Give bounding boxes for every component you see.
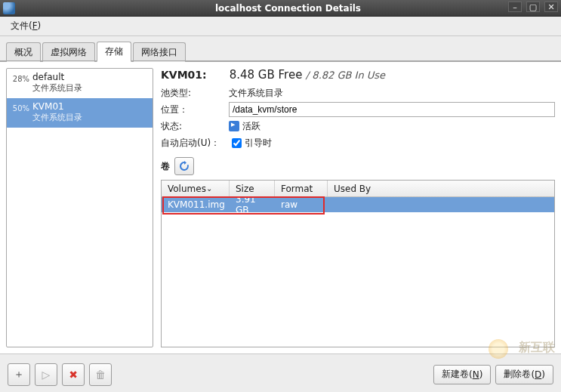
tab-overview[interactable]: 概况 (6, 42, 41, 62)
volume-table: Volumes Size Format Used By KVM011.img 3… (161, 180, 555, 347)
pool-type: 文件系统目录 (32, 82, 82, 94)
volumes-label: 卷 (161, 160, 170, 173)
menu-file-mn: F (32, 20, 38, 31)
tab-vnet[interactable]: 虚拟网络 (42, 42, 95, 62)
pool-type: 文件系统目录 (32, 112, 82, 123)
titlebar: localhost Connection Details – ▢ ✕ (0, 0, 561, 17)
volume-headers: Volumes Size Format Used By (162, 181, 554, 197)
delete-volume-label: 删除卷 (504, 368, 531, 381)
pool-pct: 28% (10, 72, 32, 83)
window-controls: – ▢ ✕ (508, 2, 558, 12)
pool-list[interactable]: 28% default 文件系统目录 50% KVM01 文件系统目录 (6, 68, 153, 347)
volumes-label-row: 卷 (161, 157, 555, 175)
menubar: 文件(F) (0, 17, 561, 36)
new-volume-button[interactable]: 新建卷(N) (433, 365, 491, 384)
row-state: 状态: 活跃 (161, 118, 555, 134)
label-state: 状态: (161, 120, 229, 133)
bottom-toolbar: ＋ ▷ ✖ 🗑 新建卷(N) 删除卷(D) (0, 353, 561, 392)
tab-netif[interactable]: 网络接口 (133, 42, 186, 62)
col-volumes[interactable]: Volumes (162, 181, 230, 196)
cell-format: raw (275, 199, 328, 210)
app-icon (3, 2, 15, 14)
minimize-button[interactable]: – (508, 2, 522, 12)
close-button[interactable]: ✕ (544, 2, 558, 12)
cell-size: 3.91 GB (230, 197, 275, 215)
label-type: 池类型: (161, 87, 229, 100)
pool-item-default[interactable]: 28% default 文件系统目录 (7, 69, 153, 98)
checkbox-autostart[interactable] (232, 138, 242, 148)
menu-file[interactable]: 文件(F) (6, 17, 45, 35)
value-type: 文件系统目录 (229, 87, 283, 100)
detail-panel: KVM01: 8.48 GB Free / 8.82 GB In Use 池类型… (161, 68, 555, 347)
label-autostart: 自动启动(U)： (161, 137, 229, 150)
tab-storage-label: 存储 (105, 46, 123, 57)
delete-volume-button[interactable]: 删除卷(D) (495, 365, 553, 384)
volume-rows[interactable]: KVM011.img 3.91 GB raw (162, 197, 554, 347)
refresh-icon (178, 160, 190, 172)
add-pool-button[interactable]: ＋ (8, 363, 30, 386)
delete-volume-mn: D (535, 369, 541, 380)
tab-vnet-label: 虚拟网络 (51, 47, 87, 57)
input-location[interactable] (229, 102, 555, 117)
value-autostart: 引导时 (245, 137, 272, 150)
row-type: 池类型: 文件系统目录 (161, 85, 555, 101)
volume-row[interactable]: KVM011.img 3.91 GB raw (162, 197, 554, 212)
tab-overview-label: 概况 (14, 47, 32, 57)
start-pool-button[interactable]: ▷ (35, 363, 57, 386)
tab-storage[interactable]: 存储 (97, 42, 131, 62)
maximize-button[interactable]: ▢ (526, 2, 540, 12)
menu-file-label: 文件 (11, 20, 29, 31)
new-volume-mn: N (473, 369, 479, 380)
pool-item-kvm01[interactable]: 50% KVM01 文件系统目录 (7, 98, 153, 128)
pool-free: 8.48 GB Free (230, 68, 303, 82)
pool-names: KVM01 文件系统目录 (32, 101, 82, 123)
pool-pct: 50% (10, 101, 32, 113)
pool-name: default (32, 72, 82, 82)
pool-name: KVM01 (32, 101, 82, 112)
new-volume-label: 新建卷 (442, 368, 469, 381)
pool-title: KVM01: (161, 69, 207, 81)
delete-pool-button[interactable]: 🗑 (89, 363, 112, 386)
bottom-right: 新建卷(N) 删除卷(D) (433, 365, 553, 384)
content-area: 28% default 文件系统目录 50% KVM01 文件系统目录 KVM0… (0, 62, 561, 353)
row-autostart: 自动启动(U)： 引导时 (161, 134, 555, 151)
refresh-button[interactable] (174, 157, 194, 175)
tab-netif-label: 网络接口 (141, 47, 177, 57)
stop-pool-button[interactable]: ✖ (62, 363, 85, 386)
cell-name: KVM011.img (162, 199, 230, 210)
row-location: 位置： (161, 101, 555, 118)
pool-names: default 文件系统目录 (32, 72, 82, 94)
tabbar: 概况 虚拟网络 存储 网络接口 (0, 36, 561, 62)
col-usedby[interactable]: Used By (328, 181, 554, 196)
col-format[interactable]: Format (275, 181, 328, 196)
value-state: 活跃 (242, 120, 260, 133)
window-title: localhost Connection Details (15, 3, 561, 14)
running-icon (229, 121, 239, 131)
detail-header: KVM01: 8.48 GB Free / 8.82 GB In Use (161, 68, 555, 82)
col-size[interactable]: Size (230, 181, 275, 196)
pool-inuse: / 8.82 GB In Use (306, 69, 385, 81)
label-location: 位置： (161, 103, 229, 116)
